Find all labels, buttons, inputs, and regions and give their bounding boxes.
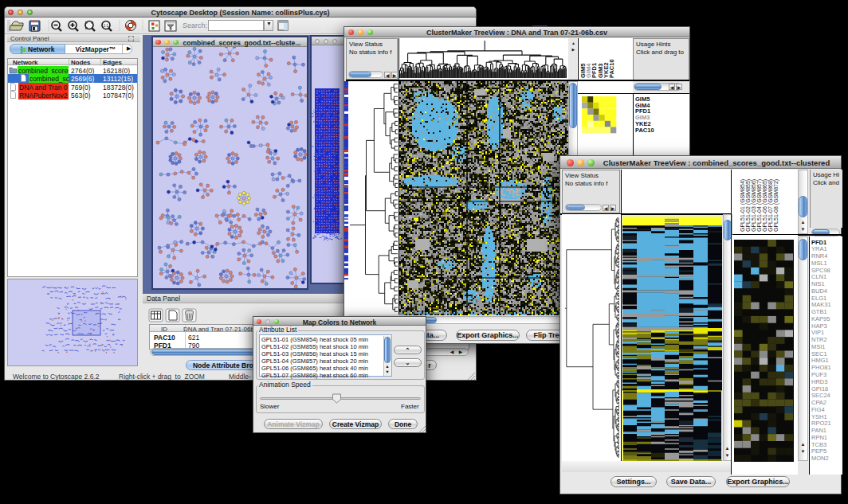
svg-text:Search:: Search: (183, 21, 207, 29)
svg-text:1:1: 1:1 (104, 24, 109, 28)
svg-text:GPL51-08 (GSM872): GPL51-08 (GSM872) (773, 179, 779, 232)
svg-text:PAC10: PAC10 (608, 59, 615, 78)
